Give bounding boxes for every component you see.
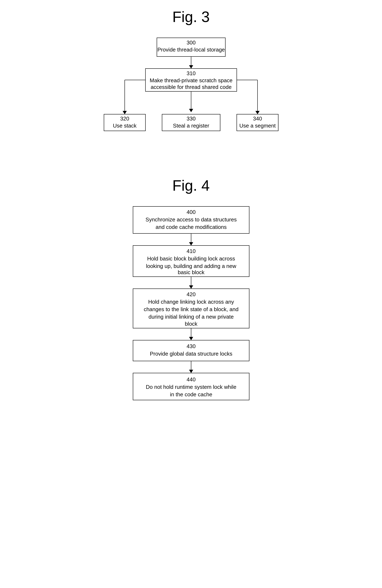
svg-text:Do not hold runtime system loc: Do not hold runtime system lock while xyxy=(146,384,236,390)
fig4-section: Fig. 4 400 Synchronize access to data st… xyxy=(87,177,295,474)
svg-text:Hold change linking lock acros: Hold change linking lock across any xyxy=(148,299,234,305)
svg-text:310: 310 xyxy=(187,70,195,76)
svg-text:looking up, building and addin: looking up, building and adding a new xyxy=(146,263,236,269)
svg-text:basic block: basic block xyxy=(178,269,205,275)
svg-text:440: 440 xyxy=(187,376,195,383)
svg-text:accessible for thread shared c: accessible for thread shared code xyxy=(151,84,231,90)
fig3-section: Fig. 3 300 Provide thread-local storage … xyxy=(87,8,295,165)
svg-text:320: 320 xyxy=(120,115,129,122)
svg-text:Synchronize access to data str: Synchronize access to data structures xyxy=(145,216,237,223)
svg-text:during initial linking of a ne: during initial linking of a new private xyxy=(148,314,233,320)
fig4-title: Fig. 4 xyxy=(172,177,210,194)
svg-marker-4 xyxy=(189,65,193,68)
svg-text:430: 430 xyxy=(187,343,195,349)
svg-marker-16 xyxy=(255,111,260,114)
svg-text:block: block xyxy=(185,321,197,327)
svg-text:Provide global data structure : Provide global data structure locks xyxy=(150,351,232,357)
svg-marker-46 xyxy=(189,337,193,340)
svg-text:Make thread-private scratch sp: Make thread-private scratch space xyxy=(150,77,232,84)
svg-text:300: 300 xyxy=(187,40,195,46)
fig3-title: Fig. 3 xyxy=(172,8,210,25)
svg-text:changes to the link state of a: changes to the link state of a block, an… xyxy=(144,306,238,312)
svg-text:330: 330 xyxy=(187,115,195,122)
svg-text:400: 400 xyxy=(187,209,195,215)
svg-text:and code cache modifications: and code cache modifications xyxy=(155,224,227,230)
svg-text:Use stack: Use stack xyxy=(113,123,136,129)
svg-text:in the code cache: in the code cache xyxy=(170,391,212,398)
svg-marker-11 xyxy=(123,111,127,114)
svg-text:340: 340 xyxy=(253,115,262,122)
svg-text:Provide thread-local storage: Provide thread-local storage xyxy=(157,46,225,53)
svg-text:Hold basic block building lock: Hold basic block building lock across xyxy=(147,255,235,262)
svg-text:410: 410 xyxy=(187,248,195,254)
svg-text:Steal a register: Steal a register xyxy=(173,123,209,129)
fig3-flowchart: 300 Provide thread-local storage 310 Mak… xyxy=(98,36,285,165)
svg-text:Use a segment: Use a segment xyxy=(239,123,276,129)
svg-text:420: 420 xyxy=(187,291,195,297)
fig4-flowchart: 400 Synchronize access to data structure… xyxy=(98,204,285,474)
svg-marker-51 xyxy=(189,370,193,373)
svg-marker-38 xyxy=(189,285,193,289)
svg-marker-31 xyxy=(189,242,193,246)
svg-marker-13 xyxy=(189,109,193,112)
